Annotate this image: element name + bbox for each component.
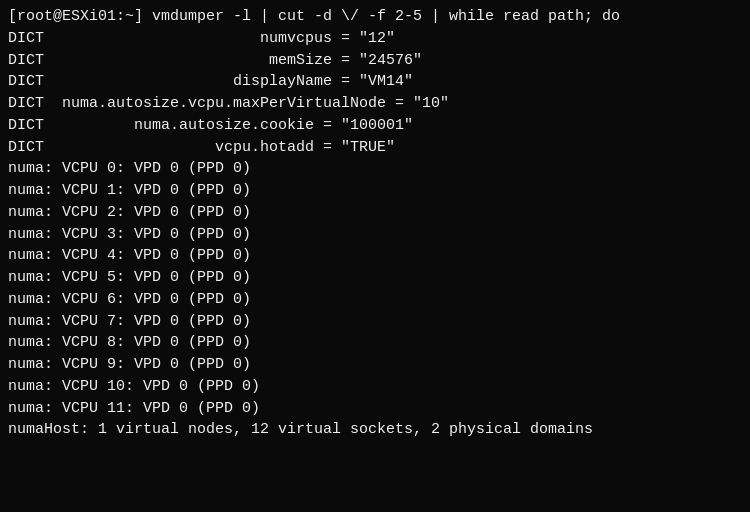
terminal-line: DICT vcpu.hotadd = "TRUE"	[8, 137, 742, 159]
terminal-line: numa: VCPU 2: VPD 0 (PPD 0)	[8, 202, 742, 224]
terminal-line: numaHost: 1 virtual nodes, 12 virtual so…	[8, 419, 742, 441]
terminal-line: [root@ESXi01:~] vmdumper -l | cut -d \/ …	[8, 6, 742, 28]
terminal-window[interactable]: [root@ESXi01:~] vmdumper -l | cut -d \/ …	[0, 0, 750, 512]
terminal-line: numa: VCPU 7: VPD 0 (PPD 0)	[8, 311, 742, 333]
terminal-line: DICT numa.autosize.cookie = "100001"	[8, 115, 742, 137]
terminal-line: numa: VCPU 6: VPD 0 (PPD 0)	[8, 289, 742, 311]
terminal-line: DICT numvcpus = "12"	[8, 28, 742, 50]
terminal-line: numa: VCPU 1: VPD 0 (PPD 0)	[8, 180, 742, 202]
terminal-line: numa: VCPU 5: VPD 0 (PPD 0)	[8, 267, 742, 289]
terminal-line: numa: VCPU 11: VPD 0 (PPD 0)	[8, 398, 742, 420]
terminal-line: numa: VCPU 4: VPD 0 (PPD 0)	[8, 245, 742, 267]
terminal-line: numa: VCPU 10: VPD 0 (PPD 0)	[8, 376, 742, 398]
terminal-line: numa: VCPU 9: VPD 0 (PPD 0)	[8, 354, 742, 376]
terminal-line: DICT numa.autosize.vcpu.maxPerVirtualNod…	[8, 93, 742, 115]
terminal-line: numa: VCPU 8: VPD 0 (PPD 0)	[8, 332, 742, 354]
terminal-line: DICT memSize = "24576"	[8, 50, 742, 72]
terminal-line: numa: VCPU 0: VPD 0 (PPD 0)	[8, 158, 742, 180]
terminal-line: numa: VCPU 3: VPD 0 (PPD 0)	[8, 224, 742, 246]
terminal-line: DICT displayName = "VM14"	[8, 71, 742, 93]
